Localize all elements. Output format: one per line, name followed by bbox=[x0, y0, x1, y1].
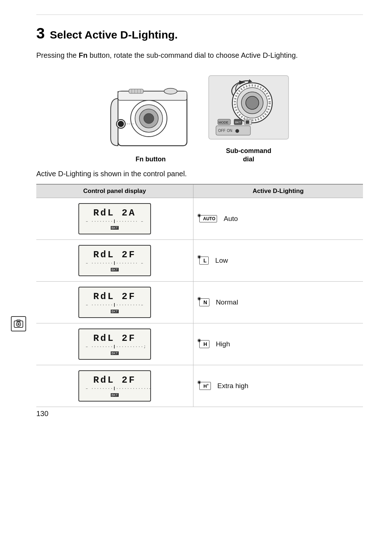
dl-label-auto: Auto bbox=[224, 215, 238, 223]
table-row: RdL 2F – ········|··········; BKT ✳ H Hi… bbox=[36, 323, 363, 365]
svg-point-8 bbox=[118, 121, 124, 127]
lcd-cell-extra: RdL 2F – ········|············– BKT bbox=[36, 365, 193, 407]
dl-icon-extra: ✳ H+ bbox=[199, 382, 211, 390]
dl-label-low: Low bbox=[215, 257, 228, 265]
step-number: 3 bbox=[36, 26, 45, 41]
lcd-display-low: RdL 2F – ········|········ – BKT bbox=[78, 245, 151, 276]
active-dl-cell-auto: ✳ AUTO Auto bbox=[193, 198, 363, 239]
fn-button-illustration bbox=[107, 80, 194, 153]
step-heading: 3 Select Active D-Lighting. bbox=[36, 26, 363, 41]
page-content: 3 Select Active D-Lighting. Pressing the… bbox=[0, 0, 392, 429]
svg-text:⬛: ⬛ bbox=[245, 120, 250, 124]
lcd-cell-low: RdL 2F – ········|········ – BKT bbox=[36, 239, 193, 281]
table-row: RdL 2F – ········|············– BKT ✳ H+… bbox=[36, 365, 363, 407]
lcd-cell-normal: RdL 2F – ········|·········– BKT bbox=[36, 281, 193, 323]
fn-button-container: Fn button bbox=[107, 80, 194, 164]
active-dl-cell-normal: ✳ N Normal bbox=[193, 281, 363, 323]
control-table: Control panel display Active D-Lighting … bbox=[36, 184, 363, 407]
top-divider bbox=[36, 15, 363, 15]
dl-label-high: High bbox=[216, 340, 230, 348]
svg-text:MODE: MODE bbox=[219, 121, 228, 124]
col1-header: Control panel display bbox=[36, 184, 193, 198]
lcd-display-normal: RdL 2F – ········|·········– BKT bbox=[78, 287, 151, 318]
table-row: RdL 2F – ········|·········– BKT ✳ N Nor… bbox=[36, 281, 363, 323]
svg-point-35 bbox=[17, 323, 20, 325]
sub-command-illustration: OFF ON ⬤ MODE BKT ⬛ bbox=[205, 72, 292, 145]
svg-text:OFF: OFF bbox=[218, 129, 225, 133]
camera-mode-icon bbox=[13, 319, 24, 329]
svg-text:BKT: BKT bbox=[235, 121, 241, 124]
svg-point-6 bbox=[164, 88, 177, 94]
step-title: Select Active D-Lighting. bbox=[50, 29, 177, 41]
lcd-cell-high: RdL 2F – ········|··········; BKT bbox=[36, 323, 193, 365]
dl-icon-auto: ✳ AUTO bbox=[199, 215, 217, 222]
svg-point-20 bbox=[246, 96, 259, 109]
dl-label-normal: Normal bbox=[216, 298, 238, 306]
svg-text:ON: ON bbox=[227, 129, 232, 133]
dl-icon-low: ✳ L bbox=[199, 257, 209, 265]
sub-command-caption: Sub-command dial bbox=[226, 147, 271, 164]
lcd-display-auto: RdL 2A – ········|········ – BKT bbox=[78, 203, 151, 234]
fn-button-caption: Fn button bbox=[136, 155, 166, 164]
svg-rect-10 bbox=[129, 89, 143, 93]
active-dl-cell-low: ✳ L Low bbox=[193, 239, 363, 281]
sidebar-icon bbox=[11, 316, 26, 331]
active-dl-cell-high: ✳ H High bbox=[193, 323, 363, 365]
table-row: RdL 2A – ········|········ – BKT ✳ AUTO … bbox=[36, 198, 363, 239]
page-number: 130 bbox=[36, 410, 48, 418]
svg-point-4 bbox=[144, 113, 154, 124]
col2-header: Active D-Lighting bbox=[193, 184, 363, 198]
lcd-cell-auto: RdL 2A – ········|········ – BKT bbox=[36, 198, 193, 239]
sub-command-container: OFF ON ⬤ MODE BKT ⬛ Sub-command dial bbox=[205, 72, 292, 164]
section-text: Active D-Lighting is shown in the contro… bbox=[36, 170, 363, 178]
svg-text:⬤: ⬤ bbox=[235, 129, 239, 133]
dl-icon-high: ✳ H bbox=[199, 340, 209, 348]
body-paragraph: Pressing the Fn button, rotate the sub-c… bbox=[36, 50, 319, 61]
table-row: RdL 2F – ········|········ – BKT ✳ L Low bbox=[36, 239, 363, 281]
lcd-display-extra: RdL 2F – ········|············– BKT bbox=[78, 370, 151, 402]
dl-label-extra: Extra high bbox=[217, 382, 249, 390]
fn-bold: Fn bbox=[79, 51, 87, 59]
active-dl-cell-extra: ✳ H+ Extra high bbox=[193, 365, 363, 407]
dl-icon-normal: ✳ N bbox=[199, 298, 209, 306]
images-row: Fn button bbox=[36, 72, 363, 164]
lcd-display-high: RdL 2F – ········|··········; BKT bbox=[78, 329, 151, 360]
